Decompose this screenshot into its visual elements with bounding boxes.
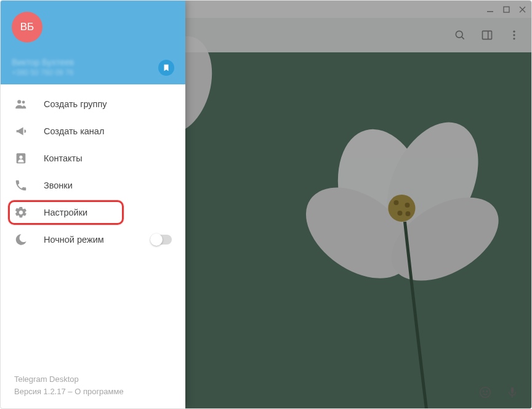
avatar[interactable]: ВБ bbox=[12, 12, 42, 43]
drawer-footer: Telegram Desktop Версия 1.2.17 – О прогр… bbox=[1, 365, 185, 408]
version-label: Версия 1.2.17 bbox=[14, 387, 66, 396]
user-phone: +380 50 760 09 76 bbox=[12, 68, 174, 77]
night-mode-toggle[interactable] bbox=[151, 235, 172, 245]
moon-icon bbox=[14, 233, 28, 246]
svg-point-25 bbox=[17, 100, 21, 103]
menu-label: Контакты bbox=[44, 153, 83, 163]
menu-label: Ночной режим bbox=[44, 235, 104, 245]
menu-label: Создать канал bbox=[44, 126, 104, 136]
menu-item-settings[interactable]: Настройки bbox=[1, 199, 185, 226]
menu-label: Создать группу bbox=[44, 99, 107, 109]
svg-point-26 bbox=[22, 100, 25, 103]
app-name-label: Telegram Desktop bbox=[14, 373, 172, 386]
menu-label: Настройки bbox=[44, 208, 87, 217]
menu-item-contacts[interactable]: Контакты bbox=[1, 145, 185, 172]
phone-icon bbox=[14, 179, 28, 192]
user-name: Виктор Бухтеев bbox=[12, 57, 174, 67]
bookmark-icon bbox=[162, 63, 171, 72]
main-menu-drawer: ВБ Виктор Бухтеев +380 50 760 09 76 Созд… bbox=[1, 1, 185, 408]
menu-item-create-group[interactable]: Создать группу bbox=[1, 91, 185, 118]
svg-point-28 bbox=[19, 156, 22, 159]
saved-messages-button[interactable] bbox=[158, 60, 174, 76]
contact-icon bbox=[14, 152, 28, 165]
version-line: Версия 1.2.17 – О программе bbox=[14, 386, 172, 398]
group-icon bbox=[14, 97, 28, 111]
drawer-header: ВБ Виктор Бухтеев +380 50 760 09 76 bbox=[1, 1, 185, 84]
megaphone-icon bbox=[14, 124, 28, 138]
menu-item-night-mode[interactable]: Ночной режим bbox=[1, 226, 185, 253]
menu-item-create-channel[interactable]: Создать канал bbox=[1, 118, 185, 145]
app-window: ВБ Виктор Бухтеев +380 50 760 09 76 Созд… bbox=[0, 0, 532, 409]
drawer-menu: Создать группу Создать канал Контакты Зв… bbox=[1, 84, 185, 365]
menu-label: Звонки bbox=[44, 180, 73, 190]
about-link[interactable]: О программе bbox=[75, 387, 124, 396]
gear-icon bbox=[14, 206, 28, 219]
menu-item-calls[interactable]: Звонки bbox=[1, 172, 185, 199]
